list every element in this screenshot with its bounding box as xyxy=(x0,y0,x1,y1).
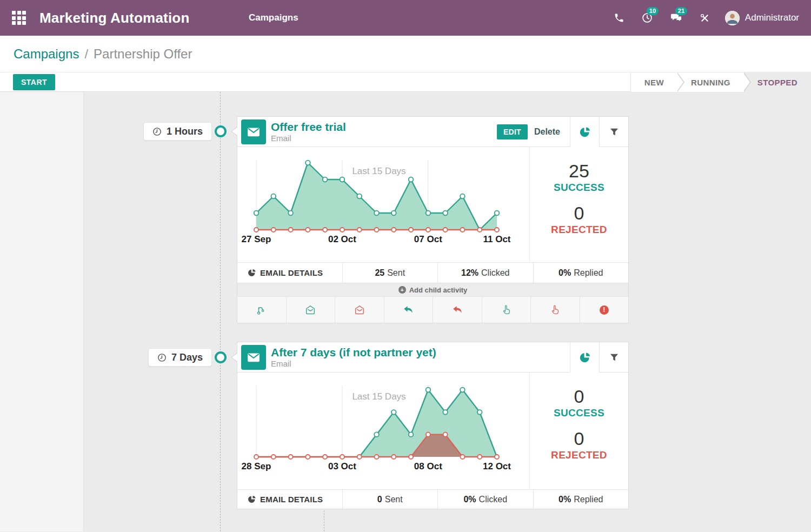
stage-stopped[interactable]: STOPPED xyxy=(744,72,811,92)
svg-text:27 Sep: 27 Sep xyxy=(242,234,271,244)
not-replied-icon xyxy=(451,304,463,316)
success-count[interactable]: 0 xyxy=(530,386,628,407)
replied-stat[interactable]: 0%Replied xyxy=(533,263,629,283)
phone-icon[interactable] xyxy=(614,12,624,23)
activity-card-1: Offer free trial Email EDIT Delete Last … xyxy=(237,116,629,323)
filter-icon xyxy=(609,352,620,363)
child-trigger-email-opened-icon[interactable] xyxy=(287,297,336,323)
activities-badge: 10 xyxy=(647,7,659,15)
sent-stat[interactable]: 25Sent xyxy=(342,263,438,283)
child-trigger-not-clicked-icon[interactable] xyxy=(531,297,580,323)
svg-text:02 Oct: 02 Oct xyxy=(328,234,356,244)
activity-type: Email xyxy=(271,359,436,368)
user-avatar[interactable] xyxy=(725,11,740,25)
not-clicked-icon xyxy=(549,304,561,316)
campaign-canvas: 1 Hours 7 Days Offer free trial Email ED… xyxy=(0,92,811,531)
activity-type: Email xyxy=(271,134,346,143)
svg-text:28 Sep: 28 Sep xyxy=(242,461,271,471)
email-opened-icon xyxy=(304,304,316,316)
pie-chart-icon xyxy=(579,351,591,364)
replied-icon xyxy=(402,304,414,316)
rejected-count[interactable]: 0 xyxy=(530,203,628,224)
tools-icon[interactable] xyxy=(700,13,710,23)
rejected-label[interactable]: REJECTED xyxy=(530,224,628,236)
tab-filter[interactable] xyxy=(599,342,628,373)
email-activity-icon xyxy=(241,119,266,144)
edit-button[interactable]: EDIT xyxy=(497,124,528,139)
svg-text:12 Oct: 12 Oct xyxy=(483,461,511,471)
activity-stats: 25 SUCCESS 0 REJECTED xyxy=(529,147,628,262)
canvas-left-margin xyxy=(0,92,84,531)
child-trigger-row: ! xyxy=(237,296,628,323)
email-details-button[interactable]: EMAIL DETAILS xyxy=(237,263,342,283)
add-child-activity-button[interactable]: + Add child activity xyxy=(237,283,628,296)
svg-text:11 Oct: 11 Oct xyxy=(483,234,510,244)
filter-icon xyxy=(609,127,620,137)
bounced-icon: ! xyxy=(600,305,609,315)
svg-text:Last 15 Days: Last 15 Days xyxy=(352,391,406,402)
delete-button[interactable]: Delete xyxy=(534,127,560,137)
rejected-count[interactable]: 0 xyxy=(530,428,628,449)
svg-text:Last 15 Days: Last 15 Days xyxy=(352,166,406,176)
email-details-button[interactable]: EMAIL DETAILS xyxy=(237,490,342,509)
top-navbar: Marketing Automation Campaigns 10 21 Adm… xyxy=(0,0,811,36)
app-title[interactable]: Marketing Automation xyxy=(39,10,189,26)
breadcrumb-current: Partnership Offer xyxy=(94,46,192,62)
replied-stat[interactable]: 0%Replied xyxy=(533,490,629,509)
clicked-stat[interactable]: 12%Clicked xyxy=(437,263,533,283)
activity-delay-2[interactable]: 7 Days xyxy=(148,348,212,367)
stage-new[interactable]: NEW xyxy=(631,72,677,92)
stage-pipeline: NEW RUNNING STOPPED xyxy=(630,72,811,92)
activity-title[interactable]: After 7 days (if not partner yet) xyxy=(271,346,436,359)
messages-icon[interactable]: 21 xyxy=(670,12,683,24)
clicked-icon xyxy=(501,304,512,316)
child-trigger-clicked-icon[interactable] xyxy=(482,297,531,323)
sent-stat[interactable]: 0Sent xyxy=(342,490,438,509)
activity-delay-1[interactable]: 1 Hours xyxy=(143,122,212,141)
start-button[interactable]: START xyxy=(13,74,55,90)
child-connector-line xyxy=(324,508,324,531)
pie-chart-icon xyxy=(247,268,256,277)
pie-chart-icon xyxy=(247,495,256,504)
child-trigger-not-replied-icon[interactable] xyxy=(433,297,482,323)
timeline-node-1 xyxy=(215,125,227,137)
pie-chart-icon xyxy=(579,126,591,138)
clock-icon xyxy=(157,353,167,362)
activity-graph: Last 15 Days28 Sep03 Oct08 Oct12 Oct xyxy=(237,373,530,489)
child-trigger-bounced-icon[interactable]: ! xyxy=(580,297,629,323)
svg-text:03 Oct: 03 Oct xyxy=(328,461,356,471)
menu-campaigns[interactable]: Campaigns xyxy=(249,12,298,23)
activity-title[interactable]: Offer free trial xyxy=(271,121,346,134)
breadcrumb: Campaigns / Partnership Offer xyxy=(0,36,811,72)
stage-running[interactable]: RUNNING xyxy=(677,72,744,92)
activity-card-2: After 7 days (if not partner yet) Email … xyxy=(237,342,629,509)
clicked-stat[interactable]: 0%Clicked xyxy=(437,490,533,509)
branch-icon xyxy=(256,304,267,316)
success-label[interactable]: SUCCESS xyxy=(530,407,628,419)
success-label[interactable]: SUCCESS xyxy=(530,182,628,194)
tab-graph[interactable] xyxy=(570,117,599,147)
tab-graph[interactable] xyxy=(570,342,599,373)
child-trigger-replied-icon[interactable] xyxy=(384,297,434,323)
status-bar: START NEW RUNNING STOPPED xyxy=(0,72,811,92)
card-caret xyxy=(232,127,238,136)
breadcrumb-campaigns[interactable]: Campaigns xyxy=(14,46,79,62)
email-not-opened-icon xyxy=(354,304,365,316)
rejected-label[interactable]: REJECTED xyxy=(530,449,628,461)
clock-icon xyxy=(152,127,162,136)
svg-text:07 Oct: 07 Oct xyxy=(414,234,442,244)
activities-icon[interactable]: 10 xyxy=(641,12,653,24)
success-count[interactable]: 25 xyxy=(530,161,628,182)
apps-menu-icon[interactable] xyxy=(12,11,26,25)
tab-filter[interactable] xyxy=(599,117,628,147)
timeline-node-2 xyxy=(215,351,227,363)
card-caret xyxy=(232,353,238,362)
child-trigger-branch-icon[interactable] xyxy=(237,297,287,323)
svg-text:08 Oct: 08 Oct xyxy=(414,461,442,471)
child-trigger-email-not-opened-icon[interactable] xyxy=(335,297,384,323)
plus-icon: + xyxy=(398,286,406,294)
messages-badge: 21 xyxy=(675,7,687,15)
email-activity-icon xyxy=(241,345,266,370)
activity-graph: Last 15 Days27 Sep02 Oct07 Oct11 Oct xyxy=(237,147,530,262)
user-name[interactable]: Administrator xyxy=(745,12,799,23)
